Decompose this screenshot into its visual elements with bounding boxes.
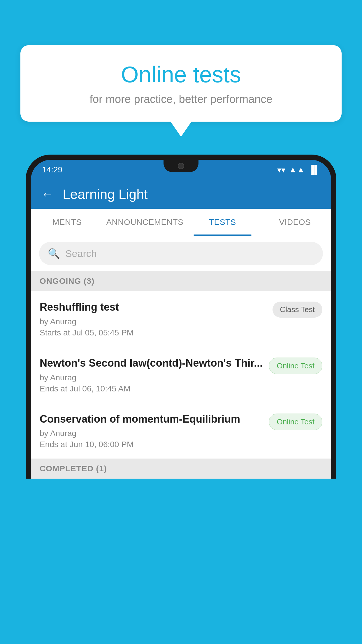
test-info-conservation: Conservation of momentum-Equilibrium by … <box>40 412 263 449</box>
test-by-newtons: by Anurag <box>40 373 263 382</box>
test-badge-newtons: Online Test <box>269 358 322 374</box>
ongoing-label: ONGOING (3) <box>40 276 94 286</box>
signal-icon: ▲▲ <box>289 165 305 174</box>
search-bar[interactable]: 🔍 Search <box>39 242 323 265</box>
tab-videos[interactable]: VIDEOS <box>259 209 331 236</box>
app-header-title: Learning Light <box>63 186 148 202</box>
search-icon: 🔍 <box>48 248 60 259</box>
phone-mockup: 14:29 ▾▾ ▲▲ ▐▌ ← Learning Light MENTS <box>26 155 336 644</box>
bubble-title: Online tests <box>38 61 324 88</box>
speech-bubble-container: Online tests for more practice, better p… <box>20 45 342 122</box>
tab-announcements[interactable]: ANNOUNCEMENTS <box>103 209 186 236</box>
battery-icon: ▐▌ <box>308 165 320 174</box>
speech-bubble: Online tests for more practice, better p… <box>20 45 342 122</box>
test-time-conservation: Ends at Jun 10, 06:00 PM <box>40 440 263 449</box>
ongoing-section-header: ONGOING (3) <box>31 271 331 291</box>
test-info-newtons: Newton's Second law(contd)-Newton's Thir… <box>40 356 263 393</box>
test-by-reshuffling: by Anurag <box>40 317 267 326</box>
completed-section-header: COMPLETED (1) <box>31 459 331 479</box>
tab-ments[interactable]: MENTS <box>31 209 103 236</box>
test-item-reshuffling[interactable]: Reshuffling test by Anurag Starts at Jul… <box>31 291 331 347</box>
test-time-newtons: Ends at Jul 06, 10:45 AM <box>40 384 263 393</box>
tabs-bar: MENTS ANNOUNCEMENTS TESTS VIDEOS <box>31 209 331 236</box>
test-by-conservation: by Anurag <box>40 429 263 438</box>
camera-dot <box>178 163 184 169</box>
phone-outer-shell: 14:29 ▾▾ ▲▲ ▐▌ ← Learning Light MENTS <box>26 155 336 479</box>
test-list: Reshuffling test by Anurag Starts at Jul… <box>31 291 331 459</box>
test-name-newtons: Newton's Second law(contd)-Newton's Thir… <box>40 356 263 370</box>
bubble-subtitle: for more practice, better performance <box>38 93 324 106</box>
status-time: 14:29 <box>42 165 62 174</box>
search-bar-wrapper: 🔍 Search <box>31 236 331 271</box>
test-item-conservation[interactable]: Conservation of momentum-Equilibrium by … <box>31 403 331 459</box>
tab-tests[interactable]: TESTS <box>186 209 259 236</box>
phone-notch <box>164 160 198 172</box>
test-name-conservation: Conservation of momentum-Equilibrium <box>40 412 263 426</box>
completed-label: COMPLETED (1) <box>40 464 107 473</box>
test-badge-conservation: Online Test <box>269 414 322 430</box>
test-badge-reshuffling: Class Test <box>273 302 322 318</box>
back-arrow-icon[interactable]: ← <box>41 188 54 201</box>
status-icons: ▾▾ ▲▲ ▐▌ <box>277 165 320 175</box>
test-name-reshuffling: Reshuffling test <box>40 300 267 314</box>
test-item-newtons[interactable]: Newton's Second law(contd)-Newton's Thir… <box>31 347 331 403</box>
wifi-icon: ▾▾ <box>277 165 285 175</box>
phone-content: MENTS ANNOUNCEMENTS TESTS VIDEOS 🔍 Searc… <box>31 209 331 479</box>
test-info-reshuffling: Reshuffling test by Anurag Starts at Jul… <box>40 300 267 337</box>
test-time-reshuffling: Starts at Jul 05, 05:45 PM <box>40 328 267 337</box>
app-header: ← Learning Light <box>31 180 331 209</box>
status-bar: 14:29 ▾▾ ▲▲ ▐▌ <box>31 160 331 180</box>
search-placeholder: Search <box>65 248 97 259</box>
